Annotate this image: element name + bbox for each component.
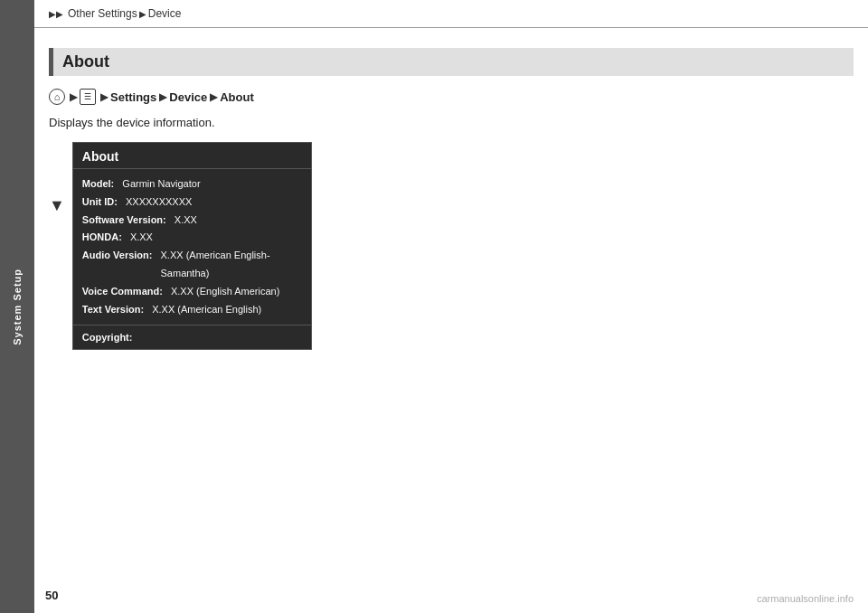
device-info-row: Audio Version: X.XX (American English-Sa… (82, 247, 302, 283)
nav-arrow-2: ▶ (100, 91, 108, 103)
section-heading: About (49, 48, 854, 76)
nav-label-settings: Settings (110, 90, 156, 104)
device-panel: About Model: Garmin NavigatorUnit ID: XX… (72, 142, 312, 350)
device-panel-footer: Copyright: (73, 325, 311, 349)
breadcrumb-bar: ▶▶ Other Settings ▶ Device (34, 0, 868, 28)
nav-arrow-3: ▶ (159, 91, 166, 103)
row-value: Garmin Navigator (122, 175, 200, 193)
row-label: Model: (82, 175, 114, 193)
device-info-row: Software Version: X.XX (82, 212, 302, 230)
device-panel-header: About (73, 143, 311, 169)
row-label: Voice Command: (82, 283, 163, 301)
row-label: Unit ID: (82, 193, 118, 212)
nav-arrow-1: ▶ (70, 91, 77, 103)
row-value: X.XX (American English) (152, 301, 261, 319)
main-content: ▶▶ Other Settings ▶ Device About ⌂ ▶ ☰ ▶… (34, 0, 868, 613)
nav-label-about: About (220, 90, 254, 104)
row-label: Text Version: (82, 301, 144, 319)
device-info-row: Text Version: X.XX (American English) (82, 301, 302, 319)
device-info-row: Unit ID: XXXXXXXXXX (82, 193, 302, 212)
section-heading-text: About (62, 52, 109, 71)
nav-arrow-4: ▶ (210, 91, 217, 103)
copyright-label: Copyright: (82, 332, 133, 343)
arrow-icon: ▶▶ (49, 9, 63, 19)
home-icon: ⌂ (49, 89, 65, 105)
page-number: 50 (45, 589, 58, 602)
row-value: X.XX (English American) (171, 283, 279, 301)
menu-icon: ☰ (80, 89, 96, 105)
nav-path: ⌂ ▶ ☰ ▶ Settings ▶ Device ▶ About (49, 89, 854, 105)
row-label: HONDA: (82, 229, 122, 247)
row-value: X.XX (175, 212, 197, 230)
row-label: Software Version: (82, 212, 166, 230)
row-value: X.XX (130, 229, 153, 247)
device-info-row: HONDA: X.XX (82, 229, 302, 247)
nav-label-device: Device (169, 90, 207, 104)
device-panel-wrapper: ▼ About Model: Garmin NavigatorUnit ID: … (49, 142, 854, 350)
scroll-down-arrow: ▼ (49, 196, 65, 215)
watermark: carmanualsonline.info (757, 593, 854, 604)
device-info-row: Voice Command: X.XX (English American) (82, 283, 302, 301)
breadcrumb-item-1: Other Settings (68, 7, 137, 20)
breadcrumb-item-2: Device (148, 7, 182, 20)
row-value: X.XX (American English-Samantha) (161, 247, 302, 283)
row-value: XXXXXXXXXX (126, 193, 192, 212)
device-panel-body: Model: Garmin NavigatorUnit ID: XXXXXXXX… (73, 169, 311, 325)
description-text: Displays the device information. (49, 116, 854, 129)
sidebar: System Setup (0, 0, 34, 613)
breadcrumb-separator-1: ▶ (139, 9, 146, 19)
sidebar-label: System Setup (12, 269, 23, 345)
device-info-row: Model: Garmin Navigator (82, 175, 302, 193)
row-label: Audio Version: (82, 247, 153, 283)
